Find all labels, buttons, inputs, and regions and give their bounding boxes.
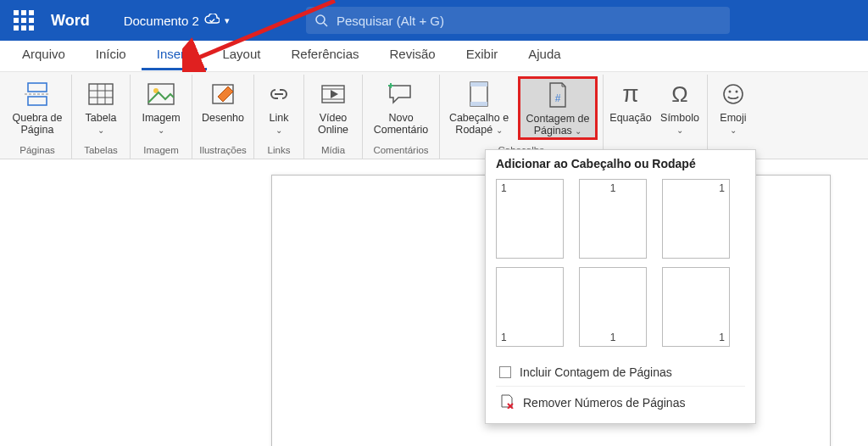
page-break-label: Quebra de Página — [10, 112, 64, 137]
group-ilustracoes: Desenho Ilustrações — [192, 75, 254, 159]
svg-line-1 — [324, 23, 327, 26]
header-left-option[interactable]: 1 — [496, 179, 564, 259]
title-bar: Word Documento 2 ▾ Pesquisar (Alt + G) — [0, 0, 868, 41]
ribbon: Quebra de Página Páginas Tabela⌄ Tabelas… — [0, 71, 868, 159]
main-tabs: Arquivo Início Inserir Layout Referência… — [0, 41, 868, 71]
group-links-label: Links — [268, 143, 291, 159]
svg-point-24 — [724, 85, 743, 103]
dropdown-title: Adicionar ao Cabeçalho ou Rodapé — [496, 157, 745, 170]
equation-icon: π — [615, 78, 647, 110]
svg-point-0 — [316, 15, 325, 24]
group-imagem: Imagem⌄ Imagem — [131, 75, 192, 159]
drawing-label: Desenho — [202, 112, 244, 124]
image-icon — [145, 78, 177, 110]
header-footer-icon — [463, 78, 495, 110]
tab-exibir[interactable]: Exibir — [451, 42, 514, 70]
table-button[interactable]: Tabela⌄ — [77, 76, 125, 137]
emoji-icon — [717, 78, 749, 110]
document-name-text: Documento 2 — [124, 14, 199, 28]
symbol-label: Símbolo — [660, 112, 699, 124]
header-right-option[interactable]: 1 — [662, 179, 730, 259]
footer-left-option[interactable]: 1 — [496, 267, 564, 347]
page-count-button[interactable]: # Contagem de Páginas ⌄ — [518, 76, 598, 140]
sample-num: 1 — [719, 332, 725, 343]
sample-num: 1 — [610, 182, 616, 194]
search-box[interactable]: Pesquisar (Alt + G) — [306, 7, 730, 34]
online-video-icon — [317, 78, 349, 110]
online-video-button[interactable]: Vídeo Online — [309, 76, 357, 137]
new-comment-button[interactable]: Novo Comentário — [368, 76, 434, 137]
page-number-icon: # — [542, 79, 574, 111]
chevron-down-icon: ⌄ — [676, 125, 683, 135]
tab-referencias[interactable]: Referências — [275, 42, 374, 70]
group-paginas-label: Páginas — [19, 143, 55, 159]
symbol-button[interactable]: Ω Símbolo⌄ — [658, 76, 702, 137]
group-cabecalho: Cabeçalho e Rodapé ⌄ # Contagem de Págin… — [440, 75, 604, 159]
include-page-count-row[interactable]: Incluir Contagem de Páginas — [496, 359, 745, 386]
saved-cloud-icon — [204, 14, 220, 28]
svg-rect-3 — [28, 97, 47, 105]
image-button[interactable]: Imagem⌄ — [136, 76, 186, 137]
header-footer-button[interactable]: Cabeçalho e Rodapé ⌄ — [445, 76, 513, 140]
table-icon — [85, 78, 117, 110]
group-comentarios: Novo Comentário Comentários — [363, 75, 440, 159]
header-center-option[interactable]: 1 — [579, 179, 647, 259]
group-midia-label: Mídia — [321, 143, 345, 159]
link-icon — [263, 78, 295, 110]
group-ilustracoes-label: Ilustrações — [199, 143, 247, 159]
sample-num: 1 — [501, 332, 507, 343]
tab-ajuda[interactable]: Ajuda — [513, 42, 576, 70]
chevron-down-icon: ⌄ — [97, 125, 104, 135]
group-comentarios-label: Comentários — [373, 143, 428, 159]
page-break-icon — [21, 78, 53, 110]
sample-num: 1 — [501, 182, 507, 194]
chevron-down-icon: ⌄ — [575, 126, 581, 136]
svg-point-26 — [736, 91, 738, 93]
drawing-icon — [207, 78, 239, 110]
remove-icon — [499, 393, 515, 411]
chevron-down-icon: ⌄ — [730, 125, 737, 135]
new-comment-label: Novo Comentário — [370, 112, 432, 137]
svg-rect-21 — [470, 82, 487, 86]
link-button[interactable]: Link⌄ — [259, 76, 298, 137]
chevron-down-icon: ⌄ — [275, 125, 282, 135]
sample-num: 1 — [719, 182, 725, 194]
search-icon — [314, 14, 328, 27]
chevron-down-icon: ⌄ — [496, 125, 503, 135]
table-label: Tabela — [86, 112, 117, 124]
tab-inserir[interactable]: Inserir — [142, 42, 208, 70]
tab-revisao[interactable]: Revisão — [375, 42, 451, 70]
drawing-button[interactable]: Desenho — [198, 76, 248, 124]
document-name[interactable]: Documento 2 ▾ — [124, 14, 230, 28]
app-launcher-icon[interactable] — [8, 5, 39, 36]
page-break-button[interactable]: Quebra de Página — [8, 76, 66, 137]
remove-page-numbers-row[interactable]: Remover Números de Páginas — [496, 386, 745, 418]
equation-button[interactable]: π Equação — [609, 76, 653, 137]
group-tabelas-label: Tabelas — [84, 143, 118, 159]
include-page-count-label: Incluir Contagem de Páginas — [520, 365, 672, 379]
tab-arquivo[interactable]: Arquivo — [7, 42, 81, 70]
tab-inicio[interactable]: Início — [81, 42, 142, 70]
checkbox-icon — [499, 366, 511, 378]
emoji-label: Emoji — [720, 112, 746, 124]
svg-rect-5 — [89, 84, 113, 104]
emoji-button[interactable]: Emoji⌄ — [713, 76, 754, 137]
app-name: Word — [51, 12, 90, 30]
svg-marker-15 — [331, 90, 338, 98]
chevron-down-icon: ▾ — [225, 15, 230, 26]
svg-text:#: # — [555, 92, 561, 104]
equation-label: Equação — [609, 112, 651, 124]
image-label: Imagem — [142, 112, 180, 124]
tab-layout[interactable]: Layout — [207, 42, 275, 70]
group-links: Link⌄ Links — [254, 75, 304, 159]
svg-rect-2 — [28, 83, 47, 92]
chevron-down-icon: ⌄ — [158, 125, 164, 135]
group-tabelas: Tabela⌄ Tabelas — [72, 75, 131, 159]
group-midia: Vídeo Online Mídia — [304, 75, 363, 159]
footer-center-option[interactable]: 1 — [579, 267, 647, 347]
group-imagem-label: Imagem — [143, 143, 179, 159]
group-paginas: Quebra de Página Páginas — [3, 75, 72, 159]
footer-right-option[interactable]: 1 — [662, 267, 730, 347]
group-emoji: Emoji⌄ — [708, 75, 759, 159]
comment-icon — [385, 78, 417, 110]
